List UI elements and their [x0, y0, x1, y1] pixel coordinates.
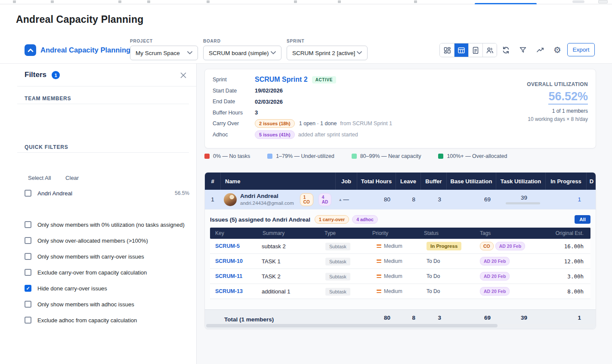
active-tab-indicator[interactable]: [475, 3, 537, 4]
col-in-progress: In Progress: [545, 173, 586, 190]
end-date-label: End Date: [213, 99, 250, 105]
adhoc-badge: 5 issues (41h): [255, 130, 295, 139]
checkbox[interactable]: [25, 317, 31, 324]
buffer-hours-label: Buffer Hours: [213, 110, 250, 116]
issue-priority-cell: Medium: [367, 243, 419, 249]
col-job: Job: [335, 173, 357, 190]
tab-fragment: [598, 0, 608, 3]
member-table-row[interactable]: 1 Andri Andreal andri.24434@gmail.com 1 …: [205, 190, 596, 210]
horizontal-scrollbar-thumb[interactable]: [206, 324, 498, 327]
main-content: Sprint SCRUM Sprint 2 ACTIVE Start Date …: [197, 64, 612, 364]
issue-priority: Medium: [384, 288, 402, 294]
tag-adhoc-date: AD 20 Feb: [480, 257, 510, 265]
priority-medium-icon: [377, 244, 381, 248]
checkbox[interactable]: [25, 253, 31, 260]
issue-status: To Do: [419, 258, 475, 264]
legend-item: 100%+ — Over-allocated: [438, 153, 507, 159]
issue-key-link[interactable]: SCRUM-11: [210, 273, 257, 279]
quick-filter-item[interactable]: Only show members with 0% utilization (n…: [25, 221, 189, 228]
issue-row[interactable]: SCRUM-10 TASK 1 Subtask Medium To Do AD …: [210, 254, 590, 269]
carry-over-source: from SCRUM Sprint 1: [340, 120, 392, 126]
settings-button[interactable]: ⚙: [552, 45, 563, 55]
cards-view-button[interactable]: [440, 43, 454, 57]
avatar: [224, 193, 237, 206]
total-task-utilization: 39: [496, 315, 545, 324]
cards-grid-icon: [443, 46, 451, 55]
quick-filter-item[interactable]: Only show members with adhoc issues: [25, 301, 189, 308]
overall-utilization-block: OVERALL UTILIZATION 56.52% 1 of 1 member…: [527, 81, 588, 122]
legend-item: 80–99% — Near capacity: [352, 153, 421, 159]
member-checkbox[interactable]: [25, 190, 31, 197]
overall-capacity-formula: 10 working days × 8 h/day: [527, 116, 588, 122]
adhoc-label: Adhoc: [213, 132, 250, 138]
member-index: 1: [205, 196, 220, 203]
checkbox-checked[interactable]: [25, 285, 31, 292]
sprint-row-label: Sprint: [213, 77, 250, 83]
quick-filter-item[interactable]: Exclude carry-over from capacity calcula…: [25, 269, 189, 276]
close-filters-button[interactable]: [179, 71, 188, 80]
quick-filter-item[interactable]: Only show over-allocated members (>100%): [25, 237, 189, 244]
member-carry-over-badge: 1 CO: [300, 193, 313, 206]
quick-filter-item[interactable]: Hide done carry-over issues: [25, 285, 189, 292]
issues-all-filter-button[interactable]: All: [575, 215, 590, 224]
board-dropdown[interactable]: SCRUM board (simple): [203, 46, 281, 60]
quick-filter-label: Only show members with carry-over issues: [37, 253, 144, 260]
app-title: Andreal Capacity Planning: [40, 46, 130, 54]
issue-priority-cell: Medium: [367, 288, 419, 294]
carry-over-label: Carry Over: [213, 120, 250, 126]
trend-button[interactable]: [535, 45, 545, 55]
tab-favicon-fragment: [118, 0, 121, 3]
issue-row[interactable]: SCRUM-11 TASK 2 Subtask Medium To Do AD …: [210, 269, 590, 284]
icol-type: Type: [319, 230, 367, 236]
issue-key-link[interactable]: SCRUM-10: [210, 258, 257, 264]
icol-tags: Tags: [475, 230, 552, 236]
issue-key-link[interactable]: SCRUM-5: [210, 243, 257, 249]
report-view-button[interactable]: [468, 43, 482, 57]
priority-medium-icon: [377, 275, 381, 278]
project-label: PROJECT: [130, 39, 198, 43]
table-view-button[interactable]: [454, 43, 468, 57]
funnel-icon: [519, 46, 527, 54]
legend-label: 80–99% — Near capacity: [360, 153, 421, 159]
divider: [17, 152, 189, 153]
filter-button[interactable]: [518, 45, 528, 55]
col-buffer: Buffer: [420, 173, 446, 190]
sprint-dropdown[interactable]: SCRUM Sprint 2 [active]: [287, 46, 368, 60]
checkbox[interactable]: [25, 301, 31, 308]
issue-priority: Medium: [384, 273, 402, 279]
quick-filter-item[interactable]: Only show members with carry-over issues: [25, 253, 189, 260]
export-button[interactable]: Export: [567, 43, 595, 56]
select-all-link[interactable]: Select All: [28, 175, 51, 181]
issue-row[interactable]: SCRUM-5 subtask 2 Subtask Medium In Prog…: [210, 239, 590, 254]
member-row-email: andri.24434@gmail.com: [240, 200, 294, 206]
member-leave: 8: [396, 196, 420, 203]
member-job: —: [335, 196, 357, 203]
tag-adhoc-date: AD 20 Feb: [495, 242, 525, 250]
issue-summary: TASK 2: [257, 273, 319, 280]
board-value: SCRUM board (simple): [209, 50, 269, 56]
checkbox[interactable]: [25, 237, 31, 244]
clear-link[interactable]: Clear: [65, 175, 79, 181]
icol-original-est: Original Est.: [552, 230, 590, 236]
quick-filter-item[interactable]: Exclude adhoc from capacity calculation: [25, 317, 189, 324]
board-selector-group: BOARD SCRUM board (simple): [203, 39, 281, 60]
view-switcher: [439, 43, 497, 57]
issues-adhoc-badge: 4 adhoc: [352, 215, 378, 224]
checkbox[interactable]: [25, 221, 31, 228]
capacity-planning-app: Andreal Capacity Planning Andreal Capaci…: [0, 0, 612, 364]
team-view-button[interactable]: [482, 43, 497, 57]
overall-members-count: 1 of 1 members: [527, 108, 588, 114]
project-dropdown[interactable]: My Scrum Space: [130, 46, 198, 60]
tab-favicon-fragment: [294, 0, 297, 3]
team-member-filter-row[interactable]: Andri Andreal 56.5%: [25, 190, 189, 197]
issue-key-link[interactable]: SCRUM-13: [210, 288, 257, 294]
member-utilization: 56.5%: [175, 190, 189, 196]
checkbox[interactable]: [25, 269, 31, 276]
issue-row[interactable]: SCRUM-13 additional 1 Subtask Medium To …: [210, 284, 590, 299]
adhoc-note: added after sprint started: [298, 132, 358, 138]
issue-estimate: 16.00h: [552, 243, 590, 250]
refresh-button[interactable]: [501, 45, 511, 55]
sprint-info-card: Sprint SCRUM Sprint 2 ACTIVE Start Date …: [204, 69, 596, 148]
issues-panel-title: Issues (5) assigned to Andri Andreal: [210, 216, 310, 223]
sprint-name-link[interactable]: SCRUM Sprint 2: [255, 76, 308, 83]
